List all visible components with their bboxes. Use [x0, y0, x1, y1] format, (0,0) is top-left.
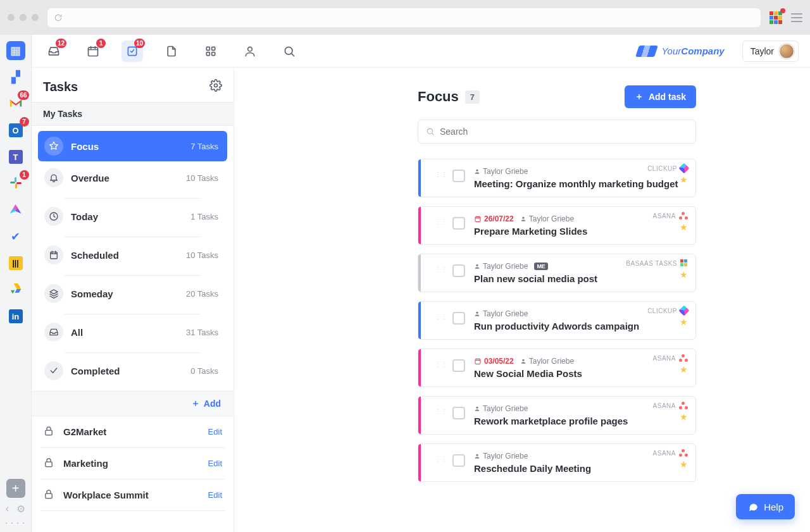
topbar-calendar[interactable]: 1 — [82, 40, 104, 62]
star-icon[interactable]: ★ — [680, 364, 688, 374]
task-checkbox[interactable] — [452, 312, 465, 325]
chevron-left-icon[interactable]: ‹ — [6, 503, 9, 515]
topbar-search[interactable] — [278, 40, 300, 62]
task-card[interactable]: ⋮⋮ 03/05/22 Taylor Griebe New Social Med… — [418, 349, 696, 387]
star-icon[interactable]: ★ — [680, 412, 688, 422]
search-box[interactable] — [418, 120, 696, 144]
sidebar-project[interactable]: Workplace Summit Edit — [40, 479, 225, 511]
check-icon — [49, 366, 59, 376]
hamburger-icon[interactable] — [791, 13, 802, 22]
star-icon[interactable]: ★ — [680, 175, 688, 185]
rail-gmail[interactable]: 66 — [6, 94, 25, 113]
star-icon[interactable]: ★ — [680, 269, 688, 280]
task-checkbox[interactable] — [452, 264, 465, 277]
project-name: G2Market — [63, 426, 199, 437]
rail-slack[interactable]: 1 — [6, 174, 25, 193]
drag-handle-icon[interactable]: ⋮⋮ — [435, 361, 447, 368]
topbar-inbox[interactable]: 12 — [43, 40, 65, 62]
rail-linkedin[interactable]: in — [6, 307, 25, 326]
page-title: Focus — [418, 89, 459, 105]
rail-home[interactable]: ▦ — [6, 41, 25, 60]
sidebar-item-overdue[interactable]: Overdue 10 Tasks — [38, 163, 227, 193]
drive-icon — [9, 283, 22, 297]
task-checkbox[interactable] — [452, 407, 465, 419]
teams-icon: T — [9, 150, 23, 164]
sidebar-item-all[interactable]: All 31 Tasks — [38, 317, 227, 347]
url-bar[interactable] — [47, 8, 761, 27]
calendar-icon — [49, 250, 59, 260]
task-stripe — [418, 349, 421, 387]
rail-mini-controls: ‹ ⚙ — [6, 503, 25, 515]
star-icon[interactable]: ★ — [680, 222, 688, 232]
project-edit-link[interactable]: Edit — [208, 459, 222, 468]
project-edit-link[interactable]: Edit — [208, 427, 222, 436]
task-checkbox[interactable] — [452, 359, 465, 372]
drag-handle-icon[interactable]: ⋮⋮ — [435, 218, 447, 225]
svg-point-26 — [476, 407, 478, 409]
help-button[interactable]: Help — [736, 494, 795, 519]
rail-analytics[interactable]: ▞ — [6, 68, 25, 87]
task-card[interactable]: ⋮⋮ Taylor Griebe Rework marketplace prof… — [418, 396, 696, 435]
sidebar-item-label: Scheduled — [71, 250, 178, 261]
drag-handle-icon[interactable]: ⋮⋮ — [435, 171, 447, 178]
topbar: 12 1 10 — [32, 35, 810, 68]
task-assignee: Taylor Griebe — [474, 262, 528, 271]
sidebar-item-count: 20 Tasks — [186, 289, 218, 299]
asana-icon — [679, 354, 688, 362]
sidebar-item-someday[interactable]: Someday 20 Tasks — [38, 278, 227, 309]
sidebar-add-button[interactable]: ＋ Add — [32, 391, 234, 416]
task-checkbox[interactable] — [452, 170, 465, 182]
drag-handle-icon[interactable]: ⋮⋮ — [435, 266, 447, 273]
gear-icon[interactable] — [209, 79, 222, 94]
topbar-tasks[interactable]: 10 — [122, 40, 143, 62]
linkedin-icon: in — [9, 309, 23, 323]
rail-clickup[interactable] — [6, 201, 25, 220]
sidebar-item-scheduled[interactable]: Scheduled 10 Tasks — [38, 240, 227, 270]
app-rail: ▦ ▞ 66 O 7 T 1 ✔ ||| in + ‹ ⚙ — [0, 35, 32, 532]
rail-teams[interactable]: T — [6, 147, 25, 166]
topbar-files[interactable] — [161, 40, 182, 62]
drag-handle-icon[interactable]: ⋮⋮ — [435, 313, 447, 320]
task-assignee: Taylor Griebe — [474, 452, 528, 461]
help-label: Help — [764, 502, 783, 512]
task-card[interactable]: ⋮⋮ Taylor GriebeME Plan new social media… — [418, 254, 696, 292]
task-checkbox[interactable] — [452, 217, 465, 230]
sidebar-project[interactable]: Marketing Edit — [40, 448, 225, 479]
rail-outlook[interactable]: O 7 — [6, 121, 25, 140]
clickup-icon — [679, 163, 690, 174]
rail-drive[interactable] — [6, 280, 25, 299]
gear-mini-icon[interactable]: ⚙ — [16, 503, 25, 515]
user-chip[interactable]: Taylor — [742, 40, 799, 62]
sidebar-item-completed[interactable]: Completed 0 Tasks — [38, 356, 227, 386]
drag-handle-icon[interactable]: ⋮⋮ — [435, 455, 447, 462]
topbar-apps[interactable] — [200, 40, 221, 62]
sidebar-item-count: 1 Tasks — [190, 212, 218, 221]
task-card[interactable]: ⋮⋮ Taylor Griebe Run productivity Adword… — [418, 301, 696, 340]
sidebar-item-today[interactable]: Today 1 Tasks — [38, 201, 227, 232]
rail-add-button[interactable]: + — [6, 479, 25, 498]
sidebar-project[interactable]: G2Market Edit — [40, 416, 225, 448]
task-card[interactable]: ⋮⋮ Taylor Griebe Reschedule Daily Meetin… — [418, 443, 696, 482]
task-stripe — [418, 397, 421, 434]
star-icon[interactable]: ★ — [680, 317, 688, 327]
sidebar-section-label: My Tasks — [32, 102, 234, 126]
rail-miro[interactable]: ||| — [6, 254, 25, 273]
outlook-badge: 7 — [20, 117, 29, 127]
task-card[interactable]: ⋮⋮ 26/07/22 Taylor Griebe Prepare Market… — [418, 206, 696, 245]
rail-todo[interactable]: ✔ — [6, 227, 25, 246]
task-checkbox[interactable] — [452, 454, 465, 467]
star-icon[interactable]: ★ — [680, 459, 688, 469]
topbar-profile[interactable] — [239, 40, 261, 62]
svg-rect-20 — [475, 217, 480, 222]
drag-handle-icon[interactable]: ⋮⋮ — [435, 408, 447, 415]
sidebar-item-focus[interactable]: Focus 7 Tasks — [38, 131, 227, 161]
svg-point-25 — [522, 359, 524, 361]
add-task-button[interactable]: ＋ Add task — [625, 85, 696, 108]
clock-icon — [49, 211, 59, 221]
svg-rect-4 — [89, 47, 98, 56]
project-edit-link[interactable]: Edit — [208, 490, 222, 500]
search-input[interactable] — [440, 127, 688, 137]
task-card[interactable]: ⋮⋮ Taylor Griebe Meeting: Organize month… — [418, 159, 696, 197]
bell-icon — [49, 173, 59, 183]
apps-grid-icon[interactable] — [770, 11, 782, 24]
